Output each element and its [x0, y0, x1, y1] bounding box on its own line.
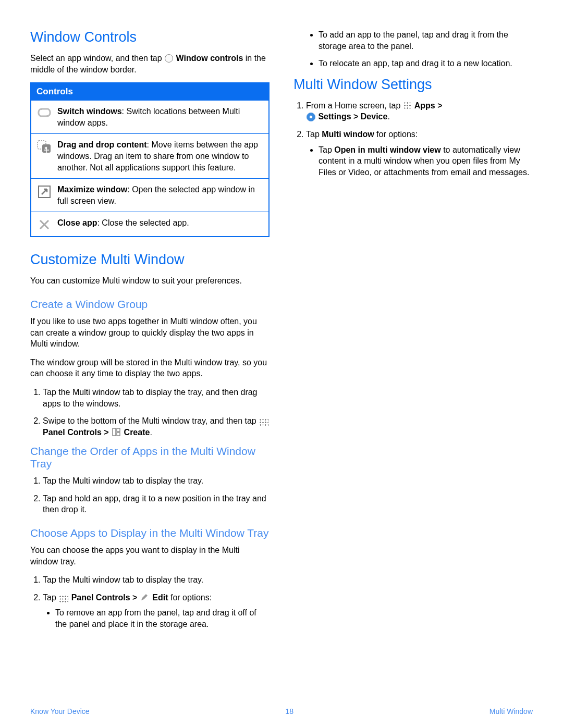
- text: for options:: [168, 593, 212, 602]
- list-item: To remove an app from the panel, tap and…: [55, 607, 270, 630]
- list-item: To relocate an app, tap and drag it to a…: [319, 58, 533, 69]
- svg-rect-3: [113, 428, 116, 436]
- text-bold: Switch windows: [57, 107, 122, 116]
- text-bold: Close app: [57, 218, 97, 227]
- list-item: Tap and hold an app, drag it to a new po…: [43, 493, 270, 515]
- heading-choose-apps: Choose Apps to Display in the Multi Wind…: [30, 527, 270, 539]
- control-text: Maximize window: Open the selected app w…: [57, 184, 263, 206]
- text: Tap: [319, 145, 334, 154]
- settings-gear-icon: [307, 113, 315, 121]
- text: .: [387, 112, 389, 121]
- controls-table-header: Controls: [31, 83, 268, 100]
- control-row-close: Close app: Close the selected app.: [31, 212, 268, 236]
- list-item: Tap the Multi window tab to display the …: [43, 475, 270, 487]
- control-row-maximize: Maximize window: Open the selected app w…: [31, 178, 268, 212]
- heading-create-group: Create a Window Group: [30, 298, 270, 311]
- controls-table: Controls Switch windows: Switch location…: [30, 82, 270, 237]
- text-bold: Edit: [150, 593, 168, 602]
- heading-customize: Customize Multi Window: [30, 252, 270, 268]
- control-text: Switch windows: Switch locations between…: [57, 106, 263, 128]
- footer-left: Know Your Device: [30, 707, 90, 715]
- settings-steps: From a Home screen, tap Apps > Settings …: [293, 100, 533, 178]
- text-bold: Apps >: [412, 101, 443, 110]
- switch-windows-icon: [36, 107, 52, 118]
- list-item: To add an app to the panel, tap and drag…: [319, 29, 533, 52]
- edit-pencil-icon: [140, 593, 150, 602]
- change-order-steps: Tap the Multi window tab to display the …: [30, 475, 270, 515]
- control-text: Drag and drop content: Move items betwee…: [57, 139, 263, 173]
- text-bold: Settings > Device: [316, 112, 387, 121]
- text-bold: Drag and drop content: [57, 140, 147, 149]
- footer-right: Multi Window: [489, 707, 533, 715]
- text: : Close the selected app.: [97, 218, 189, 227]
- text-bold: Open in multi window view: [334, 145, 440, 154]
- window-controls-icon: [165, 54, 173, 63]
- panel-controls-icon: [259, 418, 268, 426]
- list-item: Tap Open in multi window view to automat…: [319, 144, 533, 178]
- text-bold: Window controls: [176, 54, 243, 63]
- heading-window-controls: Window Controls: [30, 29, 270, 45]
- heading-multi-window-settings: Multi Window Settings: [293, 77, 533, 93]
- text: Tap: [306, 130, 322, 139]
- text: You can choose the apps you want to disp…: [30, 545, 270, 567]
- settings-sublist: Tap Open in multi window view to automat…: [306, 144, 533, 178]
- control-text: Close app: Close the selected app.: [57, 217, 263, 229]
- text-bold: Panel Controls >: [43, 428, 111, 437]
- list-item: Tap the Multi window tab to display the …: [43, 387, 270, 409]
- close-icon: [36, 218, 52, 231]
- window-controls-intro: Select an app window, and then tap Windo…: [30, 53, 270, 75]
- page-content: Window Controls Select an app window, an…: [0, 0, 563, 667]
- page-footer: Know Your Device 18 Multi Window: [0, 707, 563, 715]
- control-row-dragdrop: Drag and drop content: Move items betwee…: [31, 133, 268, 178]
- list-item: Swipe to the bottom of the Multi window …: [43, 415, 270, 438]
- text: If you like to use two apps together in …: [30, 316, 270, 350]
- maximize-icon: [36, 185, 52, 199]
- list-item: Tap Multi window for options: Tap Open i…: [306, 129, 533, 178]
- text: From a Home screen, tap: [306, 101, 403, 110]
- text: for options:: [374, 130, 418, 139]
- text-bold: Multi window: [322, 130, 374, 139]
- control-row-switch: Switch windows: Switch locations between…: [31, 100, 268, 133]
- text: The window group will be stored in the M…: [30, 357, 270, 379]
- list-item: Tap the Multi window tab to display the …: [43, 574, 270, 586]
- customize-intro: You can customize Multi window to suit y…: [30, 275, 270, 287]
- text-bold: Maximize window: [57, 185, 127, 194]
- text: Tap: [43, 593, 58, 602]
- svg-rect-5: [117, 433, 120, 436]
- create-group-steps: Tap the Multi window tab to display the …: [30, 387, 270, 438]
- create-icon: [112, 427, 121, 437]
- text: Swipe to the bottom of the Multi window …: [43, 416, 259, 425]
- drag-drop-icon: [36, 140, 52, 154]
- text-bold: Create: [121, 428, 150, 437]
- svg-rect-4: [117, 428, 120, 431]
- list-item: From a Home screen, tap Apps > Settings …: [306, 100, 533, 122]
- footer-page-number: 18: [285, 707, 293, 715]
- panel-controls-icon: [59, 595, 68, 602]
- text-bold: Panel Controls >: [69, 593, 140, 602]
- heading-change-order: Change the Order of Apps in the Multi Wi…: [30, 445, 270, 470]
- text: Select an app window, and then tap: [30, 54, 162, 63]
- text: .: [150, 428, 152, 437]
- apps-grid-icon: [403, 102, 412, 110]
